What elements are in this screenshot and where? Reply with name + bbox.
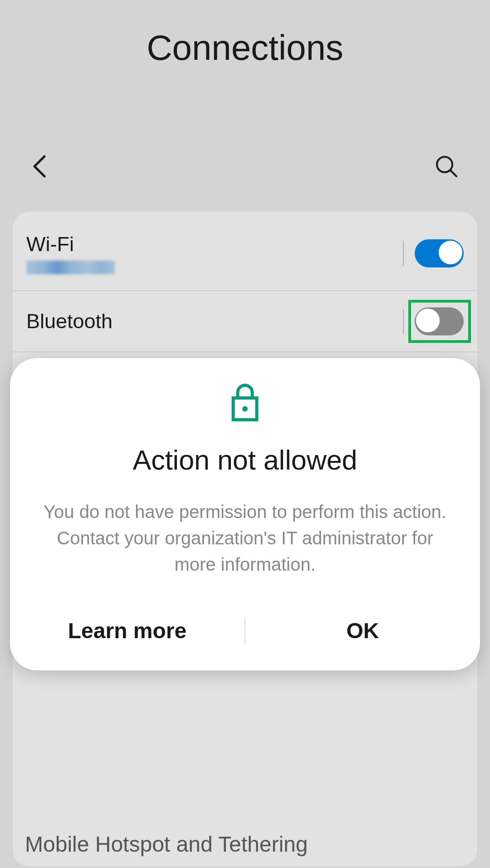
learn-more-button[interactable]: Learn more: [10, 614, 245, 648]
highlight-box: [408, 300, 471, 343]
lock-icon: [230, 383, 260, 422]
divider: [403, 309, 404, 334]
bluetooth-label: Bluetooth: [26, 310, 403, 333]
search-button[interactable]: [435, 155, 458, 180]
ok-button[interactable]: OK: [245, 614, 480, 648]
wifi-toggle[interactable]: [415, 239, 464, 267]
page-title: Connections: [0, 27, 490, 68]
dialog-title: Action not allowed: [37, 444, 453, 476]
divider: [403, 241, 404, 266]
bluetooth-item[interactable]: Bluetooth: [13, 291, 477, 352]
back-button[interactable]: [32, 155, 46, 180]
search-icon: [435, 155, 458, 178]
hotspot-label: Mobile Hotspot and Tethering: [25, 832, 308, 857]
chevron-left-icon: [32, 155, 46, 178]
wifi-item[interactable]: Wi-Fi: [13, 212, 477, 291]
svg-line-1: [451, 170, 456, 176]
action-not-allowed-dialog: Action not allowed You do not have permi…: [10, 358, 480, 670]
wifi-label: Wi-Fi: [26, 233, 403, 256]
toolbar: [0, 155, 490, 180]
dialog-message: You do not have permission to perform th…: [37, 499, 453, 577]
svg-point-3: [242, 406, 248, 412]
wifi-network-redacted: [26, 261, 115, 274]
